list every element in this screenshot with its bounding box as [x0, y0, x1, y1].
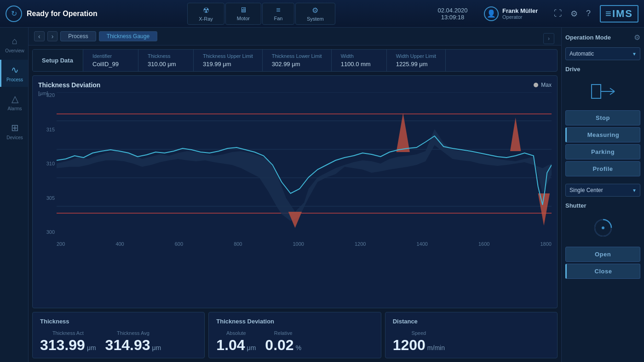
nav-tab-motor[interactable]: 🖥Motor: [225, 3, 261, 25]
metric-field-1-0: Absolute 1.04μm: [216, 330, 256, 352]
measuring-button[interactable]: Measuring: [565, 127, 640, 142]
left-sidebar: ⌂Overview∿Process△Alarms⊞Devices: [0, 28, 29, 362]
alarms-sidebar-icon: △: [12, 93, 18, 104]
user-icon: 👤: [484, 6, 499, 21]
breadcrumb-process[interactable]: Process: [60, 31, 96, 41]
drive-title: Drive: [565, 66, 640, 73]
x-1600: 1600: [478, 241, 489, 247]
nav-tabs: ☢X-Ray🖥Motor≡Fan⚙System: [101, 3, 421, 25]
drive-icon-area: [565, 76, 640, 107]
breadcrumb-bar: ‹ › Process Thickness Gauge: [29, 28, 561, 45]
operation-mode-settings-button[interactable]: ⚙: [634, 33, 640, 42]
chart-header: Thickness Deviation Max: [38, 81, 552, 89]
metric-unit-2-0: m/min: [427, 344, 445, 351]
x-400: 400: [115, 241, 124, 247]
time-display: 13:09:18: [441, 14, 465, 21]
operation-mode-header: Operation Mode ⚙: [565, 33, 640, 42]
y-300: 300: [38, 229, 55, 235]
metrics-row: Thickness Thickness Act 313.99μm Thickne…: [32, 312, 558, 358]
x-800: 800: [234, 241, 242, 247]
setup-label-2: Thickness Upper Limit: [203, 53, 253, 59]
y-310: 310: [38, 161, 55, 166]
profile-button[interactable]: Profile: [565, 161, 640, 176]
process-sidebar-label: Process: [6, 77, 23, 82]
x-600: 600: [175, 241, 183, 247]
metric-unit-1-0: μm: [247, 344, 256, 351]
user-area: 👤 Frank Müller Operator: [484, 6, 548, 21]
svg-marker-10: [510, 118, 521, 151]
sidebar-item-alarms[interactable]: △Alarms: [0, 89, 28, 116]
legend-dot-max: [534, 83, 538, 87]
metric-field-0-1: Thickness Avg 314.93μm: [105, 330, 161, 352]
profile-mode-select-wrapper[interactable]: Single CenterMultiEdge: [565, 184, 640, 197]
metric-field-2-0: Speed 1200m/min: [393, 330, 445, 352]
overview-sidebar-icon: ⌂: [12, 36, 17, 46]
setup-value-5: 1225.99 μm: [396, 61, 436, 68]
fan-icon: ≡: [276, 6, 280, 14]
close-button[interactable]: Close: [565, 264, 640, 279]
nav-tab-fan[interactable]: ≡Fan: [262, 3, 294, 25]
y-305: 305: [38, 195, 55, 201]
operation-mode-select-wrapper[interactable]: AutomaticManualSemi-Auto: [565, 47, 640, 60]
fullscreen-button[interactable]: ⛶: [552, 7, 564, 20]
legend-max-label: Max: [541, 82, 552, 88]
setup-fields: IdentifierCoilID_99Thickness310.00 μmThi…: [83, 50, 557, 71]
setup-value-1: 310.00 μm: [148, 61, 184, 68]
metric-title-2: Distance: [393, 318, 550, 325]
metric-label-0-0: Thickness Act: [40, 330, 96, 336]
open-button[interactable]: Open: [565, 247, 640, 262]
brand-logo: ≡IMS: [600, 5, 638, 23]
logo-icon: ↻: [6, 6, 22, 22]
expand-panel-button[interactable]: ›: [543, 33, 554, 44]
logo-area: ↻ Ready for Operation: [6, 6, 98, 22]
metric-card-1: Thickness Deviation Absolute 1.04μm Rela…: [208, 312, 381, 358]
sidebar-item-devices[interactable]: ⊞Devices: [0, 118, 28, 145]
app-title: Ready for Operation: [27, 10, 98, 18]
metric-unit-1-1: %: [296, 344, 301, 351]
setup-value-3: 302.99 μm: [272, 61, 322, 68]
breadcrumb-forward[interactable]: ›: [47, 31, 58, 41]
setup-label-0: Identifier: [92, 53, 129, 59]
chart-legend: Max: [534, 82, 552, 88]
metric-unit-0-0: μm: [87, 344, 96, 351]
svg-marker-9: [397, 113, 410, 152]
x-1800: 1800: [540, 241, 552, 247]
setup-field-0: IdentifierCoilID_99: [83, 50, 138, 71]
breadcrumb-thickness-gauge[interactable]: Thickness Gauge: [99, 31, 157, 41]
sidebar-item-process[interactable]: ∿Process: [0, 60, 28, 87]
nav-tab-xray[interactable]: ☢X-Ray: [187, 3, 224, 25]
nav-tab-system[interactable]: ⚙System: [295, 3, 335, 25]
profile-mode-select[interactable]: Single CenterMultiEdge: [565, 184, 640, 197]
metric-unit-0-1: μm: [152, 344, 161, 351]
user-info: Frank Müller Operator: [502, 7, 538, 20]
right-sidebar: Operation Mode ⚙ AutomaticManualSemi-Aut…: [561, 28, 644, 362]
metric-fields-1: Absolute 1.04μm Relative 0.02%: [216, 330, 373, 352]
chart-xaxis: 200 400 600 800 1000 1200 1400 1600 1800: [57, 235, 552, 249]
help-button[interactable]: ?: [584, 7, 592, 20]
setup-field-2: Thickness Upper Limit319.99 μm: [194, 50, 263, 71]
metric-fields-2: Speed 1200m/min: [393, 330, 550, 352]
chart-area: 320 315 310 305 300 [μm]: [38, 92, 552, 249]
system-icon: ⚙: [312, 6, 318, 15]
sidebar-item-overview[interactable]: ⌂Overview: [0, 31, 28, 58]
operation-mode-select[interactable]: AutomaticManualSemi-Auto: [565, 47, 640, 60]
date-display: 02.04.2020: [437, 7, 467, 14]
metric-field-0-0: Thickness Act 313.99μm: [40, 330, 96, 352]
datetime-area: 02.04.2020 13:09:18: [425, 7, 480, 21]
chart-svg: [57, 92, 552, 235]
chart-unit: [μm]: [38, 90, 48, 96]
parking-button[interactable]: Parking: [565, 144, 640, 159]
stop-button[interactable]: Stop: [565, 110, 640, 125]
shutter-icon-area: [565, 213, 640, 243]
metric-title-0: Thickness: [40, 318, 197, 325]
breadcrumb-back[interactable]: ‹: [34, 31, 45, 41]
drive-buttons: StopMeasuringParkingProfile: [565, 110, 640, 178]
chart-yaxis: 320 315 310 305 300: [38, 92, 57, 235]
setup-label-1: Thickness: [148, 53, 184, 59]
user-role: Operator: [502, 14, 538, 20]
alarms-sidebar-label: Alarms: [7, 106, 22, 111]
settings-button[interactable]: ⚙: [569, 7, 580, 21]
setup-value-0: CoilID_99: [92, 61, 129, 68]
fan-label: Fan: [274, 16, 282, 21]
x-1000: 1000: [293, 241, 304, 247]
